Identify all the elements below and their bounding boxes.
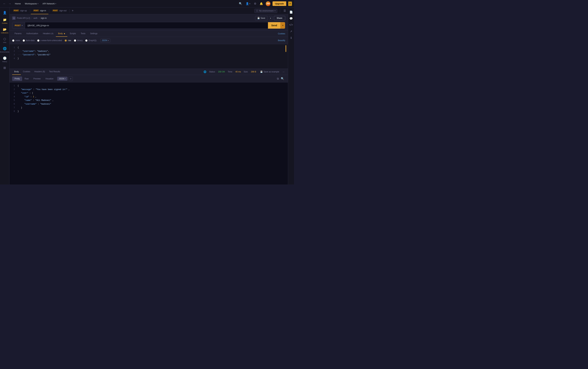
sidebar-item-collections-main[interactable]: 📂 Collections (1, 26, 9, 35)
save-button[interactable]: 💾 Save (255, 16, 267, 20)
save-example-icon: 💾 (260, 71, 263, 73)
method-label: POST (15, 24, 21, 27)
status-label: Status: (209, 71, 215, 73)
back-button[interactable]: ← (2, 1, 7, 6)
method-selector[interactable]: POST ▾ (12, 22, 25, 29)
breadcrumb-current: sign-in (41, 17, 47, 19)
body-raw-option[interactable]: raw (65, 39, 71, 42)
body-dot-indicator (64, 33, 65, 34)
json-selector-button[interactable]: JSON ▾ (100, 39, 110, 42)
format-raw-button[interactable]: Raw (22, 76, 31, 81)
response-tab-body[interactable]: Body (12, 69, 21, 75)
settings-button[interactable]: ⚙ (253, 1, 257, 6)
code-snippet-button[interactable]: </> (289, 22, 294, 27)
response-body-code: 1 { 2 "message" : "You have been signed … (10, 82, 288, 184)
docs-button[interactable]: 📄 (289, 10, 294, 15)
home-link[interactable]: Home (13, 2, 22, 6)
sidebar-item-account[interactable]: 👤 (1, 10, 9, 16)
tab-settings[interactable]: Settings (88, 31, 100, 37)
cookies-link[interactable]: Cookies (278, 32, 285, 35)
response-tabs-bar: Body Cookies Headers (6) Test Results 🌐 … (10, 69, 288, 75)
filter-button[interactable]: ≡ (69, 76, 73, 81)
format-preview-button[interactable]: Preview (31, 76, 43, 81)
tab-headers[interactable]: Headers (9) (40, 31, 56, 37)
send-dropdown-button[interactable]: ▾ (280, 22, 285, 29)
tab-name: sign-in (40, 10, 46, 12)
request-tabs: Params Authorization Headers (9) Body Sc… (10, 31, 288, 37)
workspaces-dropdown[interactable]: Workspaces ▾ (23, 2, 40, 6)
save-dropdown-button[interactable]: ▾ (269, 16, 272, 20)
send-button[interactable]: Send (268, 22, 280, 29)
sidebar-item-flows[interactable]: ⊞ (1, 65, 9, 71)
globe-icon: 🌐 (203, 71, 206, 73)
tab-scripts[interactable]: Scripts (67, 31, 78, 37)
top-nav: ← → Home Workspaces ▾ API Network ▾ 🔍 👤+… (0, 0, 294, 8)
expand-button[interactable]: ↗ (289, 29, 294, 34)
info-button[interactable]: ℹ (289, 35, 294, 40)
response-tab-cookies[interactable]: Cookies (21, 69, 32, 75)
avatar[interactable]: AM (266, 1, 270, 6)
add-tab-button[interactable]: + (70, 9, 75, 12)
sidebar-item-history[interactable]: 🕐 History (1, 55, 9, 64)
json-chevron-icon: ▾ (108, 40, 109, 41)
tab-sign-in[interactable]: POST sign-in (31, 8, 49, 14)
collections-label: Collections (1, 32, 8, 34)
url-bar: POST ▾ Send ▾ (12, 22, 285, 29)
environment-selector[interactable]: ☐ No environment ▾ (254, 9, 277, 13)
body-binary-option[interactable]: binary (74, 39, 83, 42)
format-visualize-button[interactable]: Visualize (43, 76, 56, 81)
forward-button[interactable]: → (8, 1, 12, 6)
upgrade-button[interactable]: Upgrade (272, 1, 286, 6)
time-value: 40 ms (236, 71, 241, 73)
tab-sign-up[interactable]: POST sign-up (11, 8, 29, 14)
environments-label: Environments (0, 51, 9, 53)
tab-name: sign-out (59, 10, 67, 12)
body-formdata-option[interactable]: form-data (23, 39, 34, 42)
sidebar-item-collections[interactable]: 📁 Cookies (1, 17, 9, 26)
tab-authorization[interactable]: Authorization (24, 31, 40, 37)
breadcrumb-section[interactable]: auth (33, 17, 37, 19)
notifications-button[interactable]: 🔔 (259, 1, 264, 6)
env-panel-toggle[interactable]: ☰ (283, 9, 287, 13)
account-icon: 👤 (3, 11, 7, 15)
upgrade-chevron-button[interactable]: ▾ (288, 1, 292, 6)
body-urlencoded-option[interactable]: x-www-form-urlencoded (37, 39, 62, 42)
body-none-option[interactable]: none (12, 39, 20, 42)
api-network-dropdown[interactable]: API Network ▾ (41, 2, 58, 6)
resp-line-1: 1 { (12, 84, 285, 88)
flows-icon: ⊞ (3, 66, 6, 70)
copy-button[interactable]: ⧉ (276, 76, 280, 81)
response-tab-headers[interactable]: Headers (6) (32, 69, 47, 75)
more-options-button[interactable]: ··· (282, 70, 285, 74)
search-button[interactable]: 🔍 (238, 1, 243, 6)
tabs-bar: POST sign-up POST sign-in POST sign-out … (10, 8, 288, 14)
sidebar-item-environments[interactable]: 🌐 Environments (1, 45, 9, 54)
tab-sign-out[interactable]: POST sign-out (50, 8, 69, 14)
format-pretty-button[interactable]: Pretty (12, 76, 22, 81)
request-body-editor[interactable]: 1 { 2 ····"username": "madooei", 3 ····"… (10, 44, 288, 69)
time-label: Time: (228, 71, 233, 73)
json-format-chevron-icon: ▾ (65, 78, 66, 80)
body-graphql-option[interactable]: GraphQL (85, 39, 97, 42)
invite-button[interactable]: 👤+ (245, 1, 251, 6)
resp-line-7: 7 } (12, 106, 285, 110)
beautify-button[interactable]: Beautify (278, 39, 285, 42)
search-response-button[interactable]: 🔍 (280, 76, 285, 81)
tab-body[interactable]: Body (56, 31, 68, 37)
json-format-button[interactable]: JSON ▾ (57, 77, 68, 81)
url-input[interactable] (25, 24, 268, 27)
tab-divider-3 (70, 9, 70, 12)
tab-params[interactable]: Params (12, 31, 24, 37)
response-status-area: 🌐 Status: 200 OK Time: 40 ms Size: 298 B… (203, 70, 285, 74)
save-icon: 💾 (257, 17, 260, 19)
code-line-3: 3 ····"password": "passWord1" (12, 53, 285, 57)
tab-tests[interactable]: Tests (78, 31, 88, 37)
breadcrumb-api[interactable]: Posts API (v.2) (17, 17, 30, 19)
sidebar-item-apis[interactable]: ⬡ APIs (1, 36, 9, 45)
share-button[interactable]: Share (274, 16, 285, 20)
response-tab-test-results[interactable]: Test Results (47, 69, 62, 75)
resp-line-5: 5 "name" : "Ali Madooei" , (12, 99, 285, 102)
chevron-down-icon: ▾ (275, 10, 275, 12)
comments-button[interactable]: 💬 (289, 16, 294, 21)
save-example-button[interactable]: 💾 Save as example (260, 71, 279, 73)
